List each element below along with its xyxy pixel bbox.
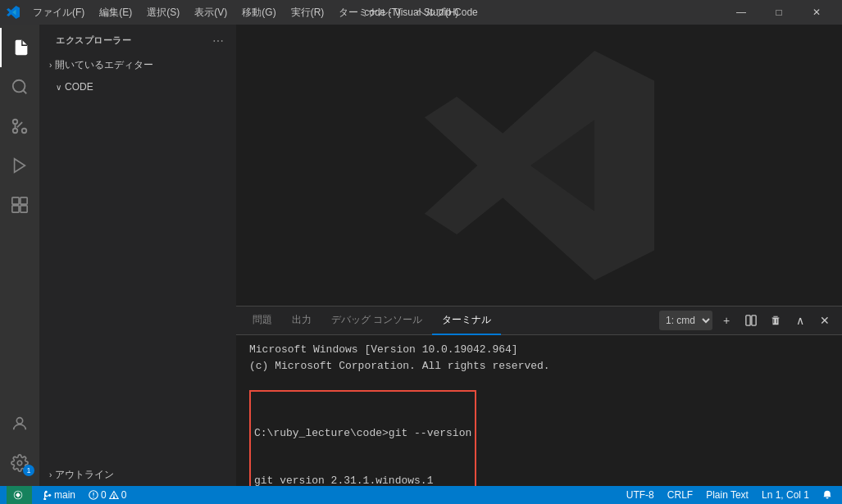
warning-icon <box>109 490 119 500</box>
terminal-line-1: Microsoft Windows [Version 10.0.19042.96… <box>249 342 829 358</box>
svg-rect-6 <box>12 198 19 204</box>
cursor-position-label: Ln 1, Col 1 <box>762 489 809 501</box>
debug-icon <box>11 157 29 175</box>
svg-point-3 <box>13 120 18 125</box>
split-terminal-button[interactable] <box>740 310 762 331</box>
search-icon <box>11 78 29 96</box>
activity-account[interactable] <box>0 404 39 443</box>
menu-view[interactable]: 表示(V) <box>188 4 234 21</box>
language-mode-status[interactable]: Plain Text <box>703 486 752 504</box>
svg-point-10 <box>16 418 22 424</box>
menu-select[interactable]: 選択(S) <box>140 4 186 21</box>
status-bar: main 0 0 UTF-8 CRLF Plain Text <box>0 486 842 504</box>
sidebar-header: エクスプローラー ⋯ <box>39 25 236 53</box>
close-button[interactable]: ✕ <box>798 0 835 25</box>
new-terminal-button[interactable]: + <box>716 310 737 331</box>
close-panel-button[interactable]: ✕ <box>814 310 835 331</box>
kill-terminal-button[interactable] <box>765 310 786 331</box>
git-branch-label: main <box>54 489 75 501</box>
cursor-position-status[interactable]: Ln 1, Col 1 <box>758 486 812 504</box>
window-title: code - Visual Studio Code <box>364 7 478 18</box>
sidebar-more-button[interactable]: ⋯ <box>210 33 226 49</box>
svg-rect-7 <box>20 198 27 204</box>
terminal-highlight-block: C:\ruby_lecture\code>git --version git v… <box>249 390 476 487</box>
svg-point-4 <box>13 129 18 134</box>
svg-rect-12 <box>746 316 750 325</box>
status-right: UTF-8 CRLF Plain Text Ln 1, Col 1 <box>623 486 835 504</box>
code-label: CODE <box>65 81 93 93</box>
activity-extensions[interactable] <box>0 185 39 225</box>
remote-status-button[interactable] <box>7 486 32 504</box>
title-bar: ファイル(F) 編集(E) 選択(S) 表示(V) 移動(G) 実行(R) ター… <box>0 0 842 25</box>
menu-run[interactable]: 実行(R) <box>284 4 331 21</box>
activity-settings[interactable]: 1 <box>0 443 39 483</box>
settings-badge: 1 <box>23 465 34 476</box>
svg-line-1 <box>23 90 26 93</box>
sidebar: エクスプローラー ⋯ › 開いているエディター ∨ CODE › アウトライン <box>39 25 236 486</box>
window-controls: — □ ✕ <box>722 0 835 25</box>
code-section[interactable]: ∨ CODE <box>39 76 236 98</box>
maximize-button[interactable]: □ <box>760 0 798 25</box>
terminal-content[interactable]: Microsoft Windows [Version 10.0.19042.96… <box>236 335 842 486</box>
svg-rect-9 <box>20 206 27 212</box>
activity-git[interactable] <box>0 107 39 146</box>
split-icon <box>745 315 757 326</box>
activity-bottom: 1 <box>0 404 39 486</box>
minimize-button[interactable]: — <box>722 0 760 25</box>
terminal-tabs-bar: 問題 出力 デバッグ コンソール ターミナル 1: cmd + <box>236 306 842 335</box>
editor-area: 問題 出力 デバッグ コンソール ターミナル 1: cmd + <box>236 25 842 486</box>
terminal-shell-selector[interactable]: 1: cmd <box>659 311 712 330</box>
code-chevron: ∨ <box>56 83 61 92</box>
terminal-panel: 問題 出力 デバッグ コンソール ターミナル 1: cmd + <box>236 306 842 486</box>
git-icon <box>11 117 29 135</box>
terminal-line-4: C:\ruby_lecture\code>git --version <box>254 425 471 442</box>
remote-icon <box>13 490 23 500</box>
account-icon <box>11 415 29 433</box>
tab-problems[interactable]: 問題 <box>243 306 282 335</box>
svg-marker-5 <box>15 159 25 173</box>
svg-point-0 <box>13 80 25 93</box>
git-branch-status[interactable]: main <box>39 486 79 504</box>
terminal-line-2: (c) Microsoft Corporation. All rights re… <box>249 358 829 375</box>
language-mode-label: Plain Text <box>706 489 749 501</box>
line-ending-status[interactable]: CRLF <box>664 486 696 504</box>
tab-terminal[interactable]: ターミナル <box>432 306 501 335</box>
error-icon <box>89 490 98 500</box>
vscode-logo-icon <box>7 6 20 19</box>
menu-edit[interactable]: 編集(E) <box>93 4 139 21</box>
main-area: 1 エクスプローラー ⋯ › 開いているエディター ∨ CODE › アウトライ… <box>0 25 842 486</box>
branch-icon <box>42 490 52 500</box>
terminal-line-5: git version 2.31.1.windows.1 <box>254 473 471 486</box>
bell-icon <box>822 490 832 500</box>
maximize-panel-button[interactable]: ∧ <box>790 310 811 331</box>
encoding-label: UTF-8 <box>626 489 654 501</box>
trash-icon <box>770 315 781 326</box>
svg-point-2 <box>22 129 27 134</box>
warnings-count: 0 <box>121 489 127 501</box>
terminal-controls: 1: cmd + ∧ ✕ <box>659 310 835 331</box>
open-editors-section[interactable]: › 開いているエディター <box>39 53 236 76</box>
errors-status[interactable]: 0 0 <box>85 486 130 504</box>
tab-debug-console[interactable]: デバッグ コンソール <box>321 306 432 335</box>
editor-main[interactable] <box>236 25 842 306</box>
svg-rect-8 <box>12 206 19 212</box>
tab-output[interactable]: 出力 <box>282 306 321 335</box>
activity-debug[interactable] <box>0 146 39 185</box>
errors-count: 0 <box>101 489 107 501</box>
sidebar-actions: ⋯ <box>210 33 226 49</box>
encoding-status[interactable]: UTF-8 <box>623 486 658 504</box>
activity-bar: 1 <box>0 25 39 486</box>
files-icon <box>12 39 30 57</box>
menu-go[interactable]: 移動(G) <box>235 4 282 21</box>
status-left: main 0 0 <box>7 486 130 504</box>
notifications-button[interactable] <box>819 486 835 504</box>
outline-section[interactable]: › アウトライン <box>39 463 236 486</box>
sidebar-title: エクスプローラー <box>56 34 131 47</box>
svg-rect-13 <box>752 316 756 325</box>
activity-explorer[interactable] <box>0 28 39 67</box>
activity-search[interactable] <box>0 67 39 107</box>
extensions-icon <box>11 196 29 214</box>
svg-point-16 <box>93 497 93 497</box>
menu-file[interactable]: ファイル(F) <box>26 4 91 21</box>
open-editors-label: 開いているエディター <box>55 58 153 72</box>
